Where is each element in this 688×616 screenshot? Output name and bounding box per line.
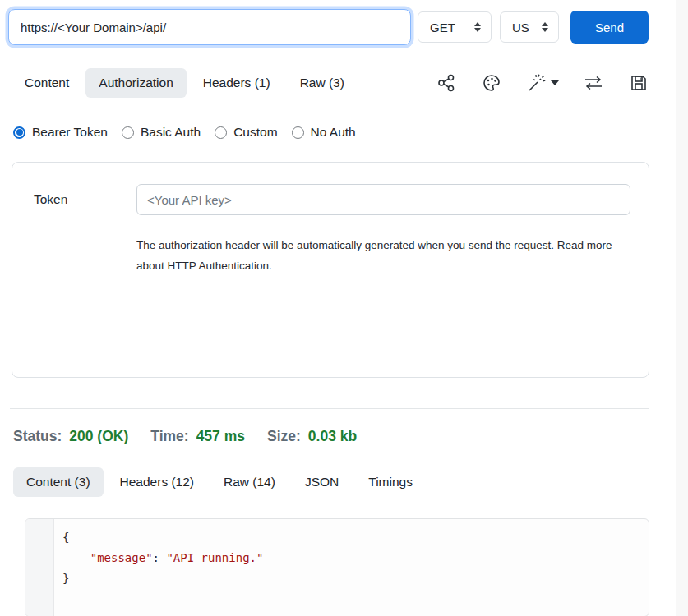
radio-icon	[122, 126, 134, 139]
size-label: Size:	[267, 428, 301, 445]
magic-wand-icon	[526, 72, 547, 94]
tab-authorization[interactable]: Authorization	[85, 68, 186, 98]
resp-tab-timings[interactable]: Timings	[355, 467, 426, 497]
chevron-down-icon	[551, 80, 559, 85]
vertical-scrollbar[interactable]	[676, 0, 688, 616]
response-body: { "message": "API running." }	[25, 518, 649, 616]
radio-label: Basic Auth	[141, 125, 201, 140]
tab-raw[interactable]: Raw (3)	[287, 68, 358, 98]
time-value: 457 ms	[196, 428, 245, 445]
response-tabs: Content (3) Headers (12) Raw (14) JSON T…	[13, 467, 688, 497]
resp-tab-headers[interactable]: Headers (12)	[107, 467, 207, 497]
token-input[interactable]	[136, 184, 630, 215]
select-arrows-icon	[474, 22, 481, 32]
palette-icon[interactable]	[481, 72, 502, 94]
radio-basic-auth[interactable]: Basic Auth	[122, 125, 201, 140]
request-bar: GET US Send	[0, 0, 688, 45]
token-help-text: The authorization header will be automat…	[136, 235, 630, 276]
request-tabs: Content Authorization Headers (1) Raw (3…	[12, 68, 649, 98]
status-value: 200 (OK)	[69, 428, 128, 445]
magic-wand-menu[interactable]	[526, 72, 559, 94]
radio-label: Custom	[233, 125, 277, 140]
toolbar-icons	[436, 72, 649, 94]
region-select[interactable]: US	[500, 11, 559, 43]
section-divider	[10, 408, 649, 409]
json-key: "message"	[90, 551, 153, 564]
method-select-value: GET	[430, 21, 455, 34]
token-panel: Token The authorization header will be a…	[12, 162, 649, 378]
token-label: Token	[34, 192, 136, 207]
radio-custom[interactable]: Custom	[215, 125, 277, 140]
tab-content[interactable]: Content	[12, 68, 82, 98]
radio-bearer-token[interactable]: Bearer Token	[13, 125, 108, 140]
response-json: { "message": "API running." }	[54, 519, 263, 616]
radio-icon	[292, 126, 304, 139]
radio-no-auth[interactable]: No Auth	[292, 125, 356, 140]
resp-tab-json[interactable]: JSON	[292, 467, 352, 497]
tab-headers[interactable]: Headers (1)	[190, 68, 284, 98]
json-value: "API running."	[166, 551, 263, 564]
size-value: 0.03 kb	[308, 428, 357, 445]
method-select[interactable]: GET	[418, 11, 492, 43]
url-input[interactable]	[8, 9, 411, 45]
time-label: Time:	[150, 428, 188, 445]
save-icon[interactable]	[628, 72, 649, 94]
resp-tab-content[interactable]: Content (3)	[13, 467, 104, 497]
code-gutter	[25, 519, 54, 616]
response-status-row: Status: 200 (OK) Time: 457 ms Size: 0.03…	[13, 428, 688, 445]
select-arrows-icon	[542, 22, 548, 32]
radio-icon	[215, 126, 227, 139]
swap-arrows-icon[interactable]	[583, 72, 604, 94]
radio-label: No Auth	[311, 125, 356, 140]
region-select-value: US	[512, 21, 529, 34]
api-client-app: GET US Send Content Authorization Header…	[0, 0, 688, 616]
status-label: Status:	[13, 428, 62, 445]
send-button[interactable]: Send	[570, 11, 649, 44]
radio-label: Bearer Token	[32, 125, 108, 140]
radio-icon	[13, 126, 25, 139]
share-nodes-icon[interactable]	[436, 72, 457, 94]
resp-tab-raw[interactable]: Raw (14)	[210, 467, 289, 497]
auth-type-options: Bearer Token Basic Auth Custom No Auth	[13, 125, 688, 140]
